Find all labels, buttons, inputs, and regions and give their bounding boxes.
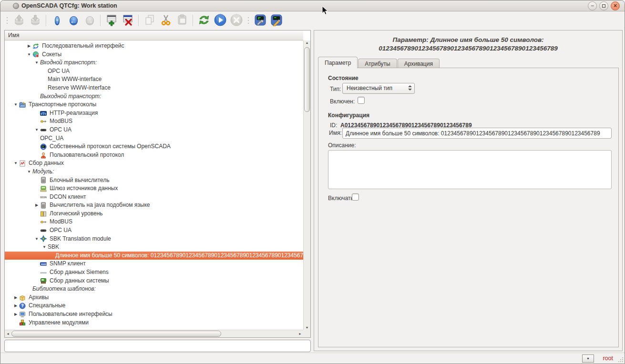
start-icon	[214, 14, 226, 28]
tree-row[interactable]: ▶?Специальные	[5, 302, 303, 310]
expand-closed-icon[interactable]: ▶	[12, 310, 19, 319]
tree-row[interactable]: ▼Модуль:	[5, 168, 303, 176]
up-button[interactable]: ↑	[49, 12, 65, 29]
tree-row-selected[interactable]: Длинное имя больше 50 символов: 01234567…	[5, 252, 303, 260]
spinner-arrows-icon[interactable]	[408, 85, 412, 91]
toolbar-drag-handle[interactable]	[246, 16, 250, 25]
expand-closed-icon[interactable]: ▶	[12, 302, 19, 310]
tab-parameter[interactable]: Параметр	[318, 57, 358, 68]
refresh-button[interactable]	[196, 12, 212, 29]
tree-row[interactable]: Управление модулями	[5, 319, 303, 327]
expand-open-icon[interactable]: ▼	[33, 126, 40, 134]
tree-row[interactable]: ▶Последовательный интерфейс	[5, 42, 303, 51]
db-save-icon	[29, 14, 41, 28]
enabled-checkbox[interactable]	[358, 97, 365, 104]
expand-open-icon[interactable]: ▼	[12, 159, 19, 168]
tree-row[interactable]: ▼SBK Translation module	[5, 235, 303, 243]
tree-row[interactable]: HTTP-реализация	[5, 109, 303, 118]
tree-row[interactable]: Собственный протокол системы OpenSCADA	[5, 142, 303, 151]
tree-row[interactable]: ▼Сокеты	[5, 51, 303, 59]
tree-column-header[interactable]: Имя	[5, 30, 303, 40]
add-item-button[interactable]	[103, 12, 120, 29]
expand-open-icon[interactable]: ▼	[26, 168, 32, 176]
back-button[interactable]: ←	[65, 12, 82, 29]
tree-row[interactable]: ModBUS	[5, 218, 303, 226]
config-edit-button[interactable]	[268, 12, 285, 29]
load-button[interactable]	[11, 12, 27, 29]
tree-row[interactable]: ▶Пользовательские интерфейсы	[5, 310, 303, 319]
expand-open-icon[interactable]: ▼	[12, 101, 19, 109]
expand-closed-icon[interactable]: ▶	[33, 201, 40, 210]
close-button[interactable]: ×	[611, 1, 620, 10]
tree-row[interactable]: ▼Сбор данных	[5, 159, 303, 168]
tree-row[interactable]: SIEMENSСбор данных Siemens	[5, 268, 303, 277]
tree-row[interactable]: SNMPSNMP клиент	[5, 260, 303, 268]
status-dropdown-button[interactable]: ▼	[582, 354, 594, 363]
expand-open-icon[interactable]: ▼	[33, 59, 40, 67]
tree-row-label: Специальные	[29, 302, 67, 310]
tab-attributes[interactable]: Атрибуты	[358, 59, 397, 68]
tree-row[interactable]: Сбор данных системы	[5, 277, 303, 285]
tree-row[interactable]: ▶Вычислитель на java подобном языке	[5, 201, 303, 210]
tree-row[interactable]: Пользовательский протокол	[5, 151, 303, 160]
tree-row[interactable]: DCONDCON клиент	[5, 193, 303, 202]
tree-row[interactable]: OPC UA	[5, 226, 303, 235]
scroll-right-icon[interactable]: ►	[298, 332, 302, 335]
name-input[interactable]	[342, 128, 612, 139]
paste-button[interactable]	[174, 12, 190, 29]
resize-grip[interactable]	[617, 356, 623, 362]
tree-row[interactable]: Reserve WWW-interface	[5, 84, 303, 92]
maximize-icon	[602, 4, 605, 8]
tree-row[interactable]: OPC_UA	[5, 134, 303, 143]
vertical-scroll-thumb[interactable]	[304, 47, 310, 112]
scroll-down-icon[interactable]: ▼	[304, 326, 310, 329]
expand-closed-icon[interactable]: ▶	[12, 293, 19, 302]
tree-row[interactable]: Main WWW-interface	[5, 75, 303, 84]
expand-open-icon[interactable]: ▼	[41, 243, 48, 252]
description-textarea[interactable]	[328, 150, 612, 189]
to-enable-checkbox[interactable]	[352, 193, 359, 201]
tree-filter-input[interactable]	[4, 340, 311, 352]
tab-archiving[interactable]: Архивация	[398, 59, 440, 68]
nav-up-icon: ↑	[55, 15, 60, 27]
expand-open-icon[interactable]: ▼	[33, 235, 40, 243]
tree-row[interactable]: ▼SBK	[5, 243, 303, 252]
start-button[interactable]	[212, 12, 228, 29]
toolbar-drag-handle[interactable]	[5, 16, 9, 25]
tree-row[interactable]: ▼OPC UA	[5, 126, 303, 134]
tree-row[interactable]: Выходной транспорт:	[5, 92, 303, 101]
tree-row[interactable]: ModBUS	[5, 117, 303, 126]
config-tools-button[interactable]	[252, 12, 268, 29]
minimize-button[interactable]: −	[588, 1, 597, 10]
type-select[interactable]: Неизвестный тип	[342, 83, 415, 94]
tree-row[interactable]: ▼Входной транспорт:	[5, 59, 303, 67]
calc-icon	[40, 177, 48, 183]
window-title: OpenSCADA QTCfg: Work station	[21, 2, 117, 9]
tab-bar: ПараметрАтрибутыАрхивация	[318, 57, 440, 68]
tree-row[interactable]: ▶Архивы	[5, 293, 303, 302]
tree-vertical-scrollbar[interactable]: ▲ ▼	[303, 40, 310, 330]
tree-row[interactable]: ▼Транспортные протоколы	[5, 101, 303, 109]
titlebar[interactable]: OpenSCADA QTCfg: Work station − ×	[0, 0, 625, 11]
tree-row[interactable]: Библиотека шаблонов:	[5, 285, 303, 293]
nav-back-icon: ←	[70, 15, 78, 27]
horizontal-scroll-thumb[interactable]	[11, 331, 221, 337]
scroll-up-icon[interactable]: ▲	[304, 41, 310, 44]
expand-open-icon[interactable]: ▼	[26, 51, 32, 59]
sbk-icon	[40, 235, 48, 242]
tree-row[interactable]: Блочный вычислитель	[5, 176, 303, 185]
tree-row[interactable]: Шлюз источников данных	[5, 184, 303, 193]
maximize-button[interactable]	[599, 1, 608, 10]
save-button[interactable]	[27, 12, 43, 29]
forward-button[interactable]: →	[82, 12, 98, 29]
tree-horizontal-scrollbar[interactable]: ◄ ►	[5, 330, 303, 337]
cut-icon	[160, 14, 172, 28]
delete-item-button[interactable]	[120, 12, 136, 29]
tree-row[interactable]: Логический уровень	[5, 210, 303, 218]
stop-button[interactable]	[228, 12, 245, 29]
expand-closed-icon[interactable]: ▶	[26, 42, 32, 51]
cut-button[interactable]	[158, 12, 174, 29]
tree-row[interactable]: OPC UA	[5, 67, 303, 76]
scroll-left-icon[interactable]: ◄	[6, 332, 10, 335]
copy-button[interactable]	[142, 12, 158, 29]
